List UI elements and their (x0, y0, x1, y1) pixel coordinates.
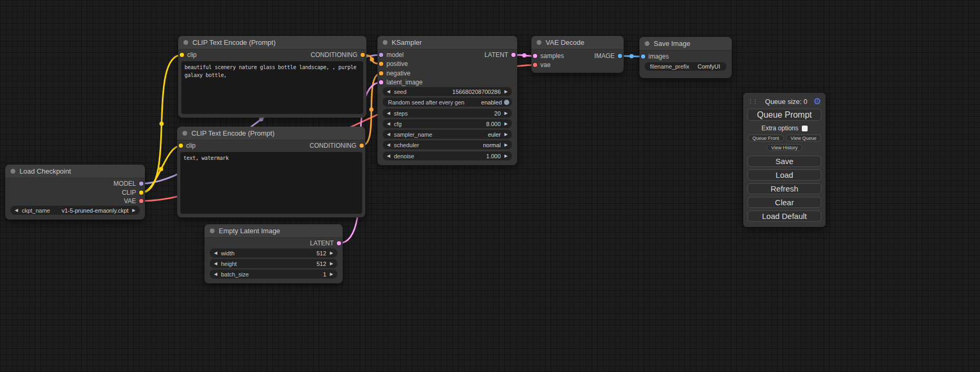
collapse-dot[interactable] (210, 228, 215, 233)
negative-input-port[interactable] (379, 71, 383, 75)
queue-buttons-row: Queue Front View Queue (748, 135, 821, 141)
arrow-right-icon[interactable]: ▶ (504, 154, 508, 158)
clip-input-port[interactable] (179, 144, 183, 148)
slot-label: LATENT (310, 240, 334, 247)
collapse-dot[interactable] (11, 169, 15, 174)
cfg-widget[interactable]: ◀ cfg 8.000 ▶ (383, 119, 512, 128)
collapse-dot[interactable] (645, 41, 649, 46)
steps-widget[interactable]: ◀ steps 20 ▶ (383, 109, 512, 118)
node-title-bar[interactable]: Load Checkpoint (5, 165, 145, 178)
node-title-bar[interactable]: CLIP Text Encode (Prompt) (178, 36, 366, 50)
arrow-left-icon[interactable]: ◀ (387, 122, 390, 126)
latent-image-input-port[interactable] (379, 80, 383, 84)
widget-value: enabled (481, 99, 502, 106)
arrow-right-icon[interactable]: ▶ (504, 111, 508, 116)
arrow-right-icon[interactable]: ▶ (504, 122, 508, 126)
arrow-right-icon[interactable]: ▶ (504, 90, 508, 94)
width-widget[interactable]: ◀ width 512 ▶ (210, 249, 337, 257)
node-title: VAE Decode (546, 39, 584, 46)
arrow-right-icon[interactable]: ▶ (504, 143, 508, 147)
link-midpoint-dot (159, 167, 163, 171)
input-slot-vae: vae (531, 61, 624, 69)
node-load-checkpoint[interactable]: Load Checkpoint MODEL CLIP VAE ◀ ckpt_na… (5, 165, 145, 220)
toggle-indicator[interactable] (504, 100, 509, 105)
slot-label: latent_image (386, 79, 423, 86)
collapse-dot[interactable] (182, 131, 187, 136)
node-title-bar[interactable]: Empty Latent Image (205, 224, 343, 238)
load-default-button[interactable]: Load Default (748, 211, 821, 222)
conditioning-output-port[interactable] (361, 53, 365, 57)
denoise-widget[interactable]: ◀ denoise 1.000 ▶ (383, 151, 512, 160)
node-save-image[interactable]: Save Image images filename_prefix ComfyU… (639, 37, 732, 78)
link-midpoint-dot (259, 117, 264, 121)
widget-label: seed (394, 89, 406, 95)
ckpt-name-widget[interactable]: ◀ ckpt_name v1-5-pruned-emaonly.ckpt ▶ (11, 206, 140, 215)
extra-options-checkbox[interactable] (802, 126, 808, 131)
arrow-left-icon[interactable]: ◀ (15, 208, 18, 213)
vae-output-port[interactable] (139, 199, 143, 203)
queue-size-label: Queue size: 0 (759, 98, 813, 106)
menu-drag-handle-icon[interactable]: ⋮⋮ (748, 99, 759, 104)
queue-prompt-button[interactable]: Queue Prompt (748, 109, 821, 121)
node-title-bar[interactable]: VAE Decode (531, 36, 624, 50)
node-clip-text-encode-positive[interactable]: CLIP Text Encode (Prompt) clip CONDITION… (178, 36, 366, 118)
positive-input-port[interactable] (379, 62, 383, 66)
model-output-port[interactable] (139, 182, 143, 186)
node-clip-text-encode-negative[interactable]: CLIP Text Encode (Prompt) clip CONDITION… (177, 127, 365, 217)
sampler-name-widget[interactable]: ◀ sampler_name euler ▶ (383, 130, 512, 139)
queue-front-button[interactable]: Queue Front (748, 135, 784, 141)
clip-input-port[interactable] (180, 53, 184, 57)
node-title-bar[interactable]: CLIP Text Encode (Prompt) (177, 127, 365, 140)
height-widget[interactable]: ◀ height 512 ▶ (210, 259, 337, 268)
prompt-textarea[interactable]: text, watermark (180, 152, 362, 214)
collapse-dot[interactable] (537, 40, 541, 45)
latent-output-port[interactable] (337, 241, 341, 245)
arrow-left-icon[interactable]: ◀ (214, 272, 217, 276)
clip-output-port[interactable] (139, 190, 143, 195)
node-ksampler[interactable]: KSampler model LATENT positive negative … (377, 36, 517, 165)
seed-widget[interactable]: ◀ seed 156680208700286 ▶ (383, 87, 512, 96)
prompt-textarea[interactable]: beautiful scenery nature glass bottle la… (181, 61, 363, 114)
conditioning-output-port[interactable] (360, 144, 364, 148)
save-button[interactable]: Save (748, 156, 821, 167)
arrow-left-icon[interactable]: ◀ (387, 111, 390, 116)
image-output-port[interactable] (618, 54, 622, 58)
arrow-left-icon[interactable]: ◀ (214, 251, 217, 255)
arrow-right-icon[interactable]: ▶ (330, 262, 333, 266)
arrow-right-icon[interactable]: ▶ (330, 251, 333, 255)
arrow-left-icon[interactable]: ◀ (387, 143, 390, 147)
refresh-button[interactable]: Refresh (748, 183, 821, 194)
slot-label: model (386, 51, 404, 59)
collapse-dot[interactable] (383, 40, 387, 45)
node-graph-canvas[interactable]: Load Checkpoint MODEL CLIP VAE ◀ ckpt_na… (0, 0, 980, 372)
latent-output-port[interactable] (511, 53, 516, 57)
node-title-bar[interactable]: KSampler (377, 36, 517, 50)
arrow-right-icon[interactable]: ▶ (132, 208, 135, 213)
node-empty-latent-image[interactable]: Empty Latent Image LATENT ◀ width 512 ▶ … (205, 224, 343, 283)
model-input-port[interactable] (379, 53, 383, 57)
node-title-bar[interactable]: Save Image (639, 37, 732, 51)
load-button[interactable]: Load (748, 169, 821, 180)
view-history-button[interactable]: View History (766, 144, 802, 151)
view-queue-button[interactable]: View Queue (786, 135, 821, 141)
batch-size-widget[interactable]: ◀ batch_size 1 ▶ (210, 270, 337, 279)
vae-input-port[interactable] (533, 63, 537, 67)
arrow-left-icon[interactable]: ◀ (387, 154, 390, 158)
link-midpoint-dot (629, 54, 634, 59)
arrow-left-icon[interactable]: ◀ (387, 132, 390, 137)
scheduler-widget[interactable]: ◀ scheduler normal ▶ (383, 140, 512, 149)
widget-value: 20 (494, 110, 501, 117)
settings-gear-icon[interactable]: ⚙ (813, 97, 821, 106)
random-seed-toggle-widget[interactable]: Random seed after every gen enabled (383, 98, 512, 107)
arrow-left-icon[interactable]: ◀ (387, 90, 390, 94)
clear-button[interactable]: Clear (748, 197, 821, 208)
filename-prefix-widget[interactable]: filename_prefix ComfyUI (645, 62, 726, 71)
link-midpoint-dot (370, 58, 374, 62)
arrow-right-icon[interactable]: ▶ (504, 132, 508, 137)
node-vae-decode[interactable]: VAE Decode samples IMAGE vae (531, 36, 624, 73)
samples-input-port[interactable] (533, 54, 537, 58)
images-input-port[interactable] (641, 54, 645, 59)
collapse-dot[interactable] (183, 40, 188, 45)
arrow-right-icon[interactable]: ▶ (330, 272, 333, 276)
arrow-left-icon[interactable]: ◀ (214, 262, 217, 266)
